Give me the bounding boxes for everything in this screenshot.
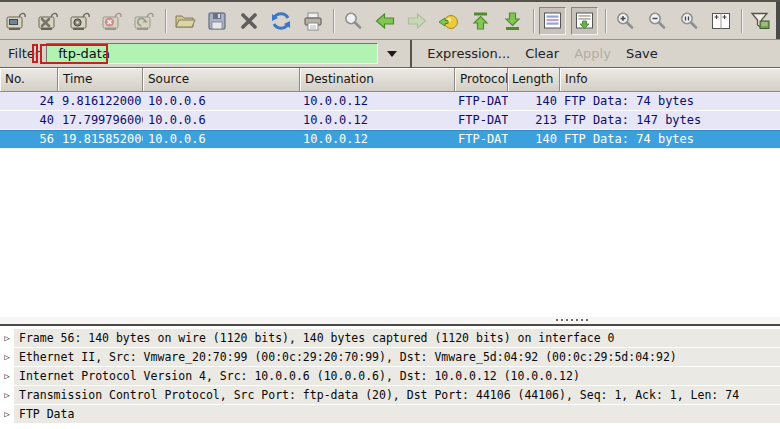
- packet-list-header: No. Time Source Destination Protocol Len…: [0, 68, 780, 92]
- print-icon: [301, 9, 325, 33]
- detail-row-tcp[interactable]: ▷ Transmission Control Protocol, Src Por…: [0, 386, 780, 405]
- filter-toolbar: Filter Expression... Clear Apply Save: [0, 40, 780, 68]
- reload-button[interactable]: [267, 7, 294, 35]
- arrow-left-icon: [373, 9, 397, 33]
- expander-triangle-icon[interactable]: ▷: [0, 367, 14, 386]
- go-to-bottom-button[interactable]: [499, 7, 526, 35]
- column-header-destination[interactable]: Destination: [300, 68, 455, 92]
- auto-scroll-icon: [573, 9, 597, 33]
- open-file-button[interactable]: [171, 7, 198, 35]
- auto-scroll-toggle[interactable]: [571, 7, 598, 35]
- list-interfaces-button[interactable]: [3, 7, 30, 35]
- window-edge: [776, 2, 780, 40]
- expander-triangle-icon[interactable]: ▷: [0, 405, 14, 424]
- apply-button[interactable]: Apply: [574, 46, 611, 61]
- cell-protocol: FTP-DATA: [455, 92, 508, 110]
- cell-no: 56: [0, 130, 58, 148]
- save-file-button[interactable]: [203, 7, 230, 35]
- arrow-top-icon: [469, 9, 493, 33]
- clear-button[interactable]: Clear: [525, 46, 559, 61]
- go-forward-button[interactable]: [403, 7, 430, 35]
- restart-capture-icon: [133, 9, 157, 33]
- capture-filters-button[interactable]: [747, 7, 774, 35]
- detail-row-ftp-data[interactable]: ▷ FTP Data: [0, 405, 780, 424]
- capture-options-button[interactable]: [35, 7, 62, 35]
- go-to-packet-button[interactable]: [435, 7, 462, 35]
- chevron-down-icon: [387, 51, 397, 57]
- detail-row-ethernet[interactable]: ▷ Ethernet II, Src: Vmware_20:70:99 (00:…: [0, 348, 780, 367]
- capture-options-icon: [37, 9, 61, 33]
- expander-triangle-icon[interactable]: ▷: [0, 329, 14, 348]
- column-header-time[interactable]: Time: [58, 68, 143, 92]
- cell-time: 9.816122000: [58, 92, 143, 110]
- close-file-button[interactable]: [235, 7, 262, 35]
- cell-source: 10.0.0.6: [143, 130, 300, 148]
- cell-info: FTP Data: 74 bytes: [560, 130, 780, 148]
- detail-text: Ethernet II, Src: Vmware_20:70:99 (00:0c…: [14, 348, 780, 366]
- zoom-out-button[interactable]: [643, 7, 670, 35]
- restart-capture-button[interactable]: [131, 7, 158, 35]
- column-header-source[interactable]: Source: [143, 68, 300, 92]
- go-to-top-button[interactable]: [467, 7, 494, 35]
- toolbar-separator: [533, 9, 534, 33]
- cell-destination: 10.0.0.12: [300, 111, 455, 129]
- column-header-length[interactable]: Length: [508, 68, 560, 92]
- cell-info: FTP Data: 147 bytes: [560, 111, 780, 129]
- column-header-no[interactable]: No.: [0, 68, 58, 92]
- cell-destination: 10.0.0.12: [300, 92, 455, 110]
- detail-text: Frame 56: 140 bytes on wire (1120 bits),…: [14, 329, 780, 347]
- colorize-packet-list-toggle[interactable]: [539, 7, 566, 35]
- toolbar-separator: [741, 9, 742, 33]
- expander-triangle-icon[interactable]: ▷: [0, 386, 14, 405]
- resize-columns-icon: [709, 9, 733, 33]
- packet-row[interactable]: 40 17.799796000 10.0.0.6 10.0.0.12 FTP-D…: [0, 111, 780, 130]
- filter-history-dropdown[interactable]: [378, 42, 405, 65]
- expander-triangle-icon[interactable]: ▷: [0, 348, 14, 367]
- red-annotation-mark: [32, 44, 38, 63]
- cell-info: FTP Data: 74 bytes: [560, 92, 780, 110]
- detail-text: FTP Data: [14, 405, 780, 423]
- zoom-in-icon: [613, 9, 637, 33]
- resize-columns-button[interactable]: [707, 7, 734, 35]
- toolbar-separator: [605, 9, 606, 33]
- find-packet-button[interactable]: [339, 7, 366, 35]
- list-interfaces-icon: [5, 9, 29, 33]
- zoom-in-button[interactable]: [611, 7, 638, 35]
- filter-separator: [410, 40, 412, 68]
- expression-button[interactable]: Expression...: [427, 46, 510, 61]
- packet-list-pane: No. Time Source Destination Protocol Len…: [0, 68, 780, 317]
- go-back-button[interactable]: [371, 7, 398, 35]
- go-to-packet-icon: [437, 9, 461, 33]
- pane-splitter[interactable]: [0, 317, 780, 326]
- column-header-info[interactable]: Info: [560, 68, 780, 92]
- column-header-protocol[interactable]: Protocol: [455, 68, 508, 92]
- packet-list-empty-area: [0, 149, 780, 317]
- colorize-icon: [541, 9, 565, 33]
- save-floppy-icon: [205, 9, 229, 33]
- toolbar-separator: [333, 9, 334, 33]
- arrow-bottom-icon: [501, 9, 525, 33]
- print-button[interactable]: [299, 7, 326, 35]
- detail-row-frame[interactable]: ▷ Frame 56: 140 bytes on wire (1120 bits…: [0, 329, 780, 348]
- detail-row-ip[interactable]: ▷ Internet Protocol Version 4, Src: 10.0…: [0, 367, 780, 386]
- wireshark-window: Filter Expression... Clear Apply Save No…: [0, 0, 780, 429]
- packet-row-selected[interactable]: 56 19.815852000 10.0.0.6 10.0.0.12 FTP-D…: [0, 130, 780, 149]
- splitter-grip-icon[interactable]: [556, 319, 591, 321]
- cell-length: 140: [508, 130, 560, 148]
- stop-capture-icon: [101, 9, 125, 33]
- cell-source: 10.0.0.6: [143, 92, 300, 110]
- detail-text: Internet Protocol Version 4, Src: 10.0.0…: [14, 367, 780, 385]
- start-capture-button[interactable]: [67, 7, 94, 35]
- toolbar-separator: [165, 9, 166, 33]
- zoom-out-icon: [645, 9, 669, 33]
- save-button[interactable]: Save: [626, 46, 658, 61]
- detail-text: Transmission Control Protocol, Src Port:…: [14, 386, 780, 404]
- stop-capture-button[interactable]: [99, 7, 126, 35]
- zoom-normal-button[interactable]: [675, 7, 702, 35]
- cell-protocol: FTP-DATA: [455, 111, 508, 129]
- reload-icon: [269, 9, 293, 33]
- packet-row[interactable]: 24 9.816122000 10.0.0.6 10.0.0.12 FTP-DA…: [0, 92, 780, 111]
- search-icon: [341, 9, 365, 33]
- arrow-right-icon: [405, 9, 429, 33]
- cell-source: 10.0.0.6: [143, 111, 300, 129]
